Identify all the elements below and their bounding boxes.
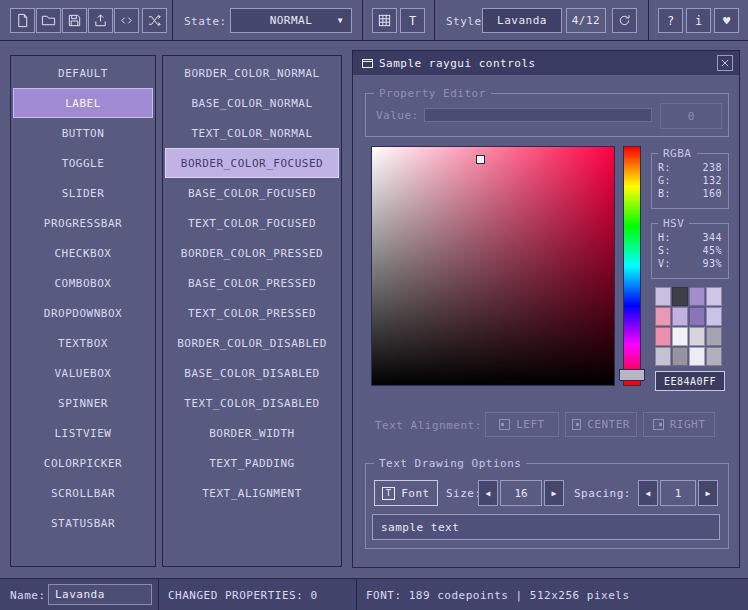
control-item-statusbar[interactable]: STATUSBAR xyxy=(13,508,153,538)
about-button[interactable]: i xyxy=(686,8,711,33)
sponsor-button[interactable]: ♥ xyxy=(714,8,739,33)
property-item-base_color_disabled[interactable]: BASE_COLOR_DISABLED xyxy=(165,358,339,388)
align-center-button[interactable]: CENTER xyxy=(565,412,637,437)
property-item-text_alignment[interactable]: TEXT_ALIGNMENT xyxy=(165,478,339,508)
control-item-listview[interactable]: LISTVIEW xyxy=(13,418,153,448)
arrow-right-icon: ▶ xyxy=(552,489,557,498)
value-slider[interactable] xyxy=(424,108,652,122)
open-file-button[interactable] xyxy=(36,8,61,33)
style-name-box[interactable]: Lavanda xyxy=(482,8,562,33)
spacing-label: Spacing: xyxy=(574,487,631,500)
color-swatch[interactable] xyxy=(689,327,705,346)
control-item-progressbar[interactable]: PROGRESSBAR xyxy=(13,208,153,238)
property-item-text_color_normal[interactable]: TEXT_COLOR_NORMAL xyxy=(165,118,339,148)
property-item-border_width[interactable]: BORDER_WIDTH xyxy=(165,418,339,448)
statusbar-separator xyxy=(158,579,159,610)
color-swatch[interactable] xyxy=(689,347,705,366)
style-name-status-box[interactable]: Lavanda xyxy=(48,584,152,605)
control-item-scrollbar[interactable]: SCROLLBAR xyxy=(13,478,153,508)
control-item-textbox[interactable]: TEXTBOX xyxy=(13,328,153,358)
spacing-decrease-button[interactable]: ◀ xyxy=(638,480,658,506)
control-item-slider[interactable]: SLIDER xyxy=(13,178,153,208)
property-item-text_color_focused[interactable]: TEXT_COLOR_FOCUSED xyxy=(165,208,339,238)
property-item-border_color_disabled[interactable]: BORDER_COLOR_DISABLED xyxy=(165,328,339,358)
control-item-dropdownbox[interactable]: DROPDOWNBOX xyxy=(13,298,153,328)
toolbar-separator xyxy=(172,0,173,40)
control-item-button[interactable]: BUTTON xyxy=(13,118,153,148)
chevron-down-icon: ▼ xyxy=(338,16,343,25)
control-item-toggle[interactable]: TOGGLE xyxy=(13,148,153,178)
color-swatch[interactable] xyxy=(655,307,671,326)
text-alignment-label: Text Alignment: xyxy=(375,419,482,432)
export-style-button[interactable] xyxy=(88,8,113,33)
statusbar: Name: Lavanda CHANGED PROPERTIES: 0 FONT… xyxy=(0,578,748,610)
reload-style-button[interactable] xyxy=(612,8,637,33)
hue-bar[interactable] xyxy=(623,146,641,386)
arrow-right-icon: ▶ xyxy=(706,489,711,498)
close-window-button[interactable] xyxy=(717,55,733,71)
toolbar-separator xyxy=(362,0,363,40)
h-value: 344 xyxy=(702,232,722,243)
property-item-base_color_normal[interactable]: BASE_COLOR_NORMAL xyxy=(165,88,339,118)
property-item-text_color_pressed[interactable]: TEXT_COLOR_PRESSED xyxy=(165,298,339,328)
color-swatch[interactable] xyxy=(706,327,722,346)
color-swatch[interactable] xyxy=(655,347,671,366)
property-item-base_color_pressed[interactable]: BASE_COLOR_PRESSED xyxy=(165,268,339,298)
property-item-text_color_disabled[interactable]: TEXT_COLOR_DISABLED xyxy=(165,388,339,418)
font-tool-icon: T xyxy=(382,487,395,500)
color-swatch[interactable] xyxy=(706,307,722,326)
grid-mode-button[interactable] xyxy=(372,8,397,33)
hue-slider-handle[interactable] xyxy=(619,369,645,381)
v-value: 93% xyxy=(702,258,722,269)
text-mode-button[interactable]: T xyxy=(400,8,425,33)
color-swatch[interactable] xyxy=(672,287,688,306)
help-button[interactable]: ? xyxy=(658,8,683,33)
size-increase-button[interactable]: ▶ xyxy=(544,480,564,506)
hsv-h-row: H:344 xyxy=(652,232,728,243)
color-panel-marker[interactable] xyxy=(476,155,485,164)
color-swatch[interactable] xyxy=(706,347,722,366)
state-dropdown[interactable]: NORMAL ▼ xyxy=(230,8,352,33)
control-item-label[interactable]: LABEL xyxy=(13,88,153,118)
align-right-button[interactable]: RIGHT xyxy=(643,412,715,437)
control-item-checkbox[interactable]: CHECKBOX xyxy=(13,238,153,268)
property-item-text_padding[interactable]: TEXT_PADDING xyxy=(165,448,339,478)
rgba-g-row: G:132 xyxy=(652,175,728,186)
text-drawing-options-title: Text Drawing Options xyxy=(374,457,526,470)
value-box[interactable]: 0 xyxy=(660,103,722,129)
color-swatch[interactable] xyxy=(689,307,705,326)
color-swatch[interactable] xyxy=(672,327,688,346)
state-dropdown-value: NORMAL xyxy=(270,14,313,27)
size-value-box[interactable]: 16 xyxy=(500,480,542,506)
color-swatch[interactable] xyxy=(689,287,705,306)
control-item-default[interactable]: DEFAULT xyxy=(13,58,153,88)
control-item-spinner[interactable]: SPINNER xyxy=(13,388,153,418)
color-swatch[interactable] xyxy=(672,307,688,326)
font-button[interactable]: T Font xyxy=(374,480,438,506)
control-item-combobox[interactable]: COMBOBOX xyxy=(13,268,153,298)
hex-color-box[interactable]: EE84A0FF xyxy=(655,371,725,391)
new-file-button[interactable] xyxy=(10,8,35,33)
randomize-style-button[interactable] xyxy=(142,8,167,33)
sample-text-input[interactable]: sample text xyxy=(372,514,720,540)
spacing-increase-button[interactable]: ▶ xyxy=(698,480,718,506)
property-item-base_color_focused[interactable]: BASE_COLOR_FOCUSED xyxy=(165,178,339,208)
color-panel[interactable] xyxy=(371,146,615,386)
control-item-valuebox[interactable]: VALUEBOX xyxy=(13,358,153,388)
color-swatch[interactable] xyxy=(655,287,671,306)
style-counter: 4/12 xyxy=(566,8,606,33)
save-file-button[interactable] xyxy=(62,8,87,33)
property-item-border_color_focused[interactable]: BORDER_COLOR_FOCUSED xyxy=(165,148,339,178)
window-titlebar[interactable]: Sample raygui controls xyxy=(353,51,739,75)
property-item-border_color_normal[interactable]: BORDER_COLOR_NORMAL xyxy=(165,58,339,88)
property-item-border_color_pressed[interactable]: BORDER_COLOR_PRESSED xyxy=(165,238,339,268)
rgba-title: RGBA xyxy=(658,147,697,160)
color-swatch[interactable] xyxy=(672,347,688,366)
control-item-colorpicker[interactable]: COLORPICKER xyxy=(13,448,153,478)
align-left-button[interactable]: LEFT xyxy=(485,412,559,437)
color-swatch[interactable] xyxy=(706,287,722,306)
export-code-button[interactable] xyxy=(114,8,139,33)
size-decrease-button[interactable]: ◀ xyxy=(478,480,498,506)
spacing-value-box[interactable]: 1 xyxy=(660,480,696,506)
color-swatch[interactable] xyxy=(655,327,671,346)
